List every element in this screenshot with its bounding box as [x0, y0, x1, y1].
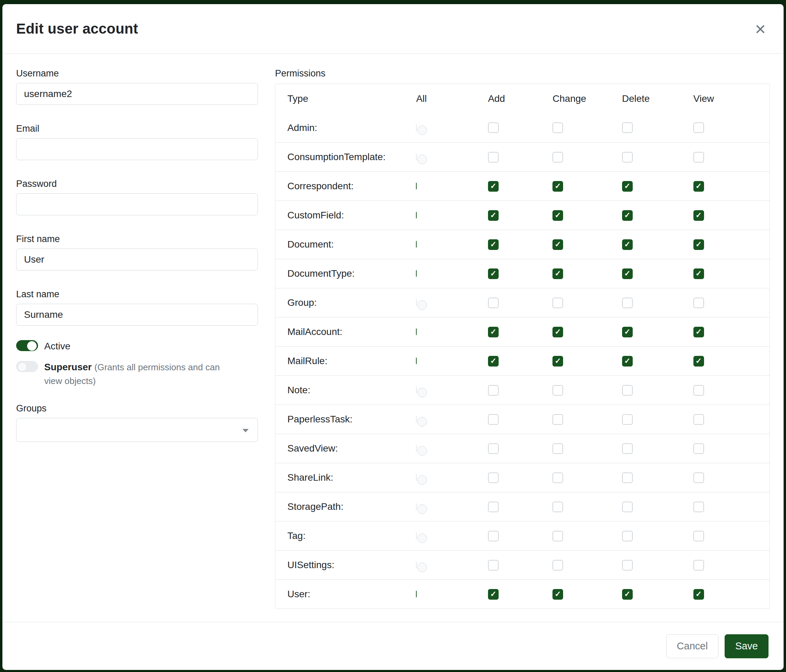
permission-change-checkbox[interactable] — [552, 531, 563, 542]
permission-all-toggle[interactable] — [416, 328, 417, 335]
permission-view-checkbox[interactable] — [693, 473, 704, 483]
close-icon[interactable]: × — [752, 18, 769, 39]
permission-add-checkbox[interactable] — [488, 443, 498, 454]
permission-add-checkbox[interactable] — [488, 560, 498, 570]
permission-change-checkbox[interactable] — [552, 239, 563, 250]
first-name-input[interactable] — [16, 248, 258, 270]
permission-delete-checkbox[interactable] — [622, 589, 633, 600]
last-name-input[interactable] — [16, 304, 258, 326]
permission-all-toggle[interactable] — [416, 299, 417, 306]
permission-view-checkbox[interactable] — [693, 531, 704, 542]
permission-add-checkbox[interactable] — [488, 210, 498, 221]
permission-delete-checkbox[interactable] — [622, 560, 633, 570]
permission-all-toggle[interactable] — [416, 212, 417, 218]
permission-view-checkbox[interactable] — [693, 502, 704, 512]
permission-change-checkbox[interactable] — [552, 210, 563, 221]
permission-all-toggle[interactable] — [416, 270, 417, 277]
cancel-button[interactable]: Cancel — [666, 634, 718, 658]
permission-delete-checkbox[interactable] — [622, 443, 633, 454]
permission-change-checkbox[interactable] — [552, 589, 563, 600]
permission-delete-checkbox[interactable] — [622, 298, 633, 308]
table-row: UISettings: — [275, 550, 770, 579]
permission-delete-checkbox[interactable] — [622, 502, 633, 512]
permission-delete-checkbox[interactable] — [622, 181, 633, 192]
permission-add-checkbox[interactable] — [488, 414, 498, 425]
permission-all-toggle[interactable] — [416, 532, 417, 539]
permission-all-toggle[interactable] — [416, 416, 417, 422]
permission-type-label: MailRule: — [288, 356, 416, 366]
permission-delete-checkbox[interactable] — [622, 268, 633, 279]
permission-delete-checkbox[interactable] — [622, 385, 633, 396]
permission-add-checkbox[interactable] — [488, 589, 498, 600]
permission-view-checkbox[interactable] — [693, 589, 704, 600]
permission-change-checkbox[interactable] — [552, 443, 563, 454]
permission-add-checkbox[interactable] — [488, 327, 498, 338]
permission-all-toggle[interactable] — [416, 503, 417, 510]
groups-select[interactable] — [16, 418, 258, 442]
permission-change-checkbox[interactable] — [552, 152, 563, 163]
permission-view-checkbox[interactable] — [693, 122, 704, 133]
permission-delete-checkbox[interactable] — [622, 356, 633, 366]
permission-view-checkbox[interactable] — [693, 385, 704, 396]
permission-delete-checkbox[interactable] — [622, 152, 633, 163]
permission-delete-checkbox[interactable] — [622, 239, 633, 250]
permission-change-checkbox[interactable] — [552, 356, 563, 366]
permission-delete-checkbox[interactable] — [622, 531, 633, 542]
permission-all-toggle[interactable] — [416, 445, 417, 452]
permission-add-checkbox[interactable] — [488, 122, 498, 133]
permission-view-checkbox[interactable] — [693, 356, 704, 366]
permission-add-checkbox[interactable] — [488, 268, 498, 279]
permission-change-checkbox[interactable] — [552, 385, 563, 396]
permission-all-toggle[interactable] — [416, 241, 417, 248]
permission-all-toggle[interactable] — [416, 183, 417, 189]
permission-all-toggle[interactable] — [416, 358, 417, 364]
permission-add-checkbox[interactable] — [488, 181, 498, 192]
active-toggle[interactable] — [16, 340, 38, 351]
permission-all-toggle[interactable] — [416, 474, 417, 481]
username-input[interactable] — [16, 83, 258, 105]
permission-view-checkbox[interactable] — [693, 560, 704, 570]
permission-delete-checkbox[interactable] — [622, 327, 633, 338]
permission-all-toggle[interactable] — [416, 591, 417, 597]
permission-change-checkbox[interactable] — [552, 122, 563, 133]
permission-add-checkbox[interactable] — [488, 152, 498, 163]
permission-change-checkbox[interactable] — [552, 560, 563, 570]
permission-delete-checkbox[interactable] — [622, 414, 633, 425]
permission-change-checkbox[interactable] — [552, 327, 563, 338]
email-field[interactable] — [16, 138, 258, 160]
permission-add-checkbox[interactable] — [488, 356, 498, 366]
permission-change-checkbox[interactable] — [552, 502, 563, 512]
permission-change-checkbox[interactable] — [552, 473, 563, 483]
permission-add-checkbox[interactable] — [488, 502, 498, 512]
permission-view-checkbox[interactable] — [693, 152, 704, 163]
permission-add-checkbox[interactable] — [488, 531, 498, 542]
permission-add-checkbox[interactable] — [488, 385, 498, 396]
permission-view-checkbox[interactable] — [693, 414, 704, 425]
superuser-toggle[interactable] — [16, 361, 38, 372]
permission-delete-checkbox[interactable] — [622, 210, 633, 221]
superuser-label: Superuser (Grants all permissions and ca… — [44, 360, 236, 388]
permission-view-checkbox[interactable] — [693, 268, 704, 279]
permission-add-checkbox[interactable] — [488, 473, 498, 483]
permission-view-checkbox[interactable] — [693, 443, 704, 454]
permission-view-checkbox[interactable] — [693, 210, 704, 221]
permission-change-checkbox[interactable] — [552, 298, 563, 308]
permission-delete-checkbox[interactable] — [622, 122, 633, 133]
permission-view-checkbox[interactable] — [693, 298, 704, 308]
permission-add-checkbox[interactable] — [488, 298, 498, 308]
permission-delete-checkbox[interactable] — [622, 473, 633, 483]
permission-view-checkbox[interactable] — [693, 181, 704, 192]
permission-change-checkbox[interactable] — [552, 268, 563, 279]
permission-all-toggle[interactable] — [416, 154, 417, 160]
permission-change-checkbox[interactable] — [552, 181, 563, 192]
permission-type-label: UISettings: — [288, 559, 416, 570]
permission-change-checkbox[interactable] — [552, 414, 563, 425]
permission-all-toggle[interactable] — [416, 124, 417, 131]
permission-view-checkbox[interactable] — [693, 327, 704, 338]
permission-view-checkbox[interactable] — [693, 239, 704, 250]
permission-all-toggle[interactable] — [416, 387, 417, 393]
permission-all-toggle[interactable] — [416, 562, 417, 568]
save-button[interactable]: Save — [725, 634, 769, 658]
password-field[interactable] — [16, 193, 258, 215]
permission-add-checkbox[interactable] — [488, 239, 498, 250]
